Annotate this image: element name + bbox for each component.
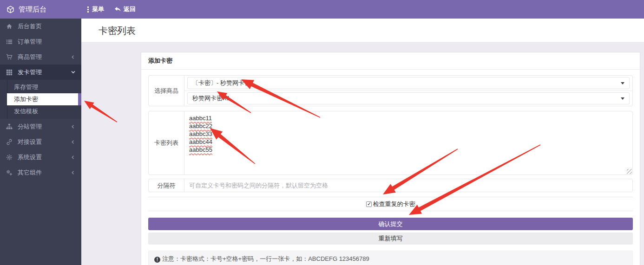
chevron-left-icon (70, 170, 76, 175)
product-select-1-value: 〔卡密〕- 秒赞网卡密 (192, 79, 621, 87)
chevron-left-icon (70, 54, 76, 60)
caret-down-icon (621, 82, 624, 84)
page-title: 卡密列表 (81, 19, 644, 43)
sidebar-item-products[interactable]: 商品管理 (0, 49, 81, 65)
sidebar-item-orders[interactable]: 订单管理 (0, 34, 81, 49)
caret-down-icon (621, 97, 624, 100)
sidebar-item-label: 对接设置 (18, 138, 70, 146)
sidebar-item-card-management[interactable]: 发卡管理 (0, 65, 81, 80)
product-select-row-1: 〔卡密〕- 秒赞网卡密 (184, 76, 632, 91)
sidebar-item-label: 分站管理 (18, 123, 70, 131)
sidebar-item-substation[interactable]: 分站管理 (0, 119, 81, 134)
sidebar-subitem-label: 发信模板 (14, 107, 38, 116)
card-line: aabbc22 (189, 122, 212, 130)
sidebar-item-label: 商品管理 (18, 53, 70, 61)
card-line: aabbc55 (189, 146, 212, 154)
menu-bars-icon (87, 6, 89, 13)
card-list-textarea[interactable]: aabbc11aabbc22aabbc33aabbc44aabbc55 (184, 111, 632, 175)
card-management-submenu: 库存管理 添加卡密 发信模板 (0, 80, 81, 119)
sidebar-item-label: 订单管理 (18, 38, 76, 46)
sidebar: 后台首页 订单管理 商品管理 (0, 19, 81, 265)
sidebar-item-mail-template[interactable]: 发信模板 (0, 105, 81, 117)
sidebar-item-label: 后台首页 (18, 22, 76, 31)
note-line-1: !注意：卡密格式：卡号+空格+密码，一行一张卡，如：ABCDEFG 123456… (154, 254, 627, 264)
gear-icon (6, 154, 13, 161)
product-label: 选择商品 (149, 76, 184, 106)
sidebar-item-api-settings[interactable]: 对接设置 (0, 134, 81, 149)
chevron-left-icon (70, 124, 76, 129)
content-area: 添加卡密 选择商品 〔卡密〕- 秒赞网卡密 (81, 43, 644, 265)
main-area: 卡密列表 添加卡密 选择商品 〔卡密〕- 秒赞网卡密 (81, 19, 644, 265)
gears-icon (6, 169, 13, 176)
sidebar-item-label: 系统设置 (18, 153, 70, 162)
sidebar-item-system-settings[interactable]: 系统设置 (0, 149, 81, 165)
note-text-1: 注意：卡密格式：卡号+空格+密码，一行一张卡，如：ABCDEFG 1234567… (162, 255, 369, 262)
sidebar-item-add-card[interactable]: 添加卡密 (7, 93, 81, 105)
add-card-panel: 添加卡密 选择商品 〔卡密〕- 秒赞网卡密 (141, 52, 640, 265)
product-field: 〔卡密〕- 秒赞网卡密 秒赞网卡密X1 (184, 76, 632, 106)
top-header: 管理后台 菜单 返回 (0, 0, 644, 19)
cube-icon (7, 6, 14, 13)
checkbox-row: 检查重复的卡密 (148, 197, 633, 211)
brand: 管理后台 (0, 5, 81, 14)
card-list-field: aabbc11aabbc22aabbc33aabbc44aabbc55 (184, 111, 632, 175)
list-icon (6, 38, 13, 45)
product-select-2-value: 秒赞网卡密X1 (192, 94, 621, 103)
duplicate-checkbox-label: 检查重复的卡密 (373, 200, 415, 207)
textarea-resize-handle[interactable] (627, 169, 632, 174)
card-list-row: 卡密列表 aabbc11aabbc22aabbc33aabbc44aabbc55 (148, 111, 633, 175)
note-box: !注意：卡密格式：卡号+空格+密码，一行一张卡，如：ABCDEFG 123456… (148, 251, 633, 265)
reply-arrow-icon (114, 6, 121, 12)
separator-label: 分隔符 (149, 179, 184, 192)
panel-body: 选择商品 〔卡密〕- 秒赞网卡密 秒赞网卡密X1 (141, 70, 640, 265)
card-line: aabbc11 (189, 114, 212, 122)
submit-button[interactable]: 确认提交 (148, 218, 633, 230)
sidebar-subitem-label: 添加卡密 (14, 95, 38, 103)
brand-title: 管理后台 (19, 5, 46, 14)
panel-title: 添加卡密 (141, 52, 640, 70)
home-icon (6, 23, 13, 30)
product-row: 选择商品 〔卡密〕- 秒赞网卡密 秒赞网卡密X1 (148, 75, 633, 106)
menu-label: 菜单 (92, 5, 104, 13)
chevron-left-icon (70, 155, 76, 160)
sidebar-item-stock[interactable]: 库存管理 (0, 81, 81, 93)
chevron-left-icon (70, 139, 76, 145)
separator-field (184, 179, 632, 192)
grid-icon (6, 69, 13, 76)
sidebar-item-home[interactable]: 后台首页 (0, 19, 81, 34)
card-line: aabbc33 (189, 130, 212, 138)
header-nav: 菜单 返回 (81, 5, 136, 13)
divider (148, 211, 633, 211)
link-icon (6, 138, 13, 146)
sitemap-icon (6, 123, 13, 130)
sidebar-item-label: 发卡管理 (18, 68, 70, 77)
cart-icon (6, 53, 13, 61)
card-list-label: 卡密列表 (149, 111, 184, 175)
product-select-2[interactable]: 秒赞网卡密X1 (187, 92, 630, 104)
back-button[interactable]: 返回 (114, 5, 136, 13)
sidebar-item-other-components[interactable]: 其它组件 (0, 165, 81, 180)
sidebar-subitem-label: 库存管理 (14, 83, 38, 91)
chevron-down-icon (70, 70, 76, 75)
sidebar-item-label: 其它组件 (18, 168, 70, 177)
product-select-1[interactable]: 〔卡密〕- 秒赞网卡密 (187, 77, 630, 89)
menu-button[interactable]: 菜单 (87, 5, 104, 13)
duplicate-checkbox[interactable] (366, 201, 372, 207)
back-label: 返回 (124, 5, 136, 13)
separator-row: 分隔符 (148, 179, 633, 192)
separator-input[interactable] (184, 179, 632, 192)
product-select-row-2: 秒赞网卡密X1 (184, 91, 632, 106)
card-line: aabbc44 (189, 138, 212, 146)
reset-button[interactable]: 重新填写 (148, 233, 633, 245)
exclamation-circle-icon: ! (154, 257, 160, 263)
